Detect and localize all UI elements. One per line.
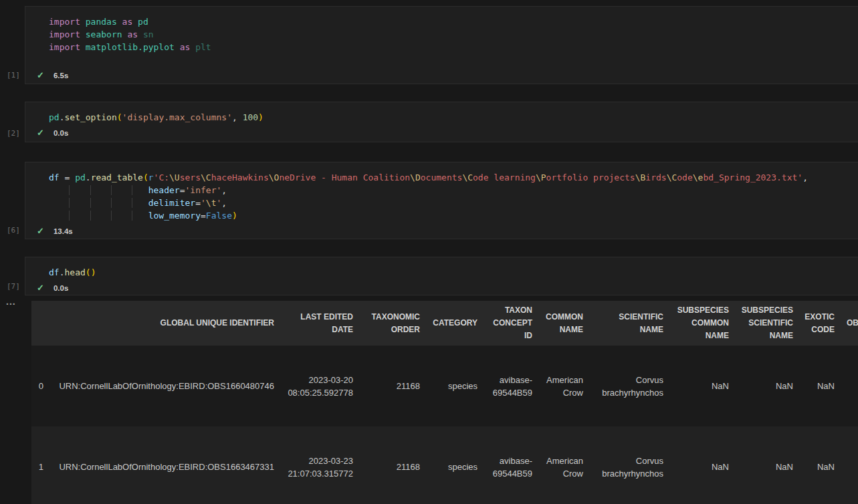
code-line: delimiter='\t', <box>49 197 858 209</box>
table-cell: avibase-69544B59 <box>486 426 540 504</box>
code-line <box>49 53 858 66</box>
table-header-row: GLOBAL UNIQUE IDENTIFIERLAST EDITEDDATET… <box>31 301 858 346</box>
table-cell: NaN <box>737 426 801 504</box>
code-block: df.head() <box>25 257 858 279</box>
notebook-cell: [1]import pandas as pdimport seaborn as … <box>0 6 858 84</box>
column-header: SCIENTIFICNAME <box>591 301 671 346</box>
code-editor[interactable]: pd.set_option('display.max_columns', 100… <box>25 102 858 142</box>
notebook-cell: [2]pd.set_option('display.max_columns', … <box>0 102 858 142</box>
table-cell: URN:CornellLabOfOrnithology:EBIRD:OBS166… <box>51 346 282 426</box>
success-check-icon: ✓ <box>37 128 44 138</box>
column-header: LAST EDITEDDATE <box>282 301 361 346</box>
table-cell: species <box>428 426 486 504</box>
notebook-cell: [7]df.head()✓0.0s <box>0 257 858 295</box>
column-header: SUBSPECIESSCIENTIFICNAME <box>737 301 801 346</box>
column-header: SUBSPECIESCOMMONNAME <box>671 301 737 346</box>
cell-status-bar: ✓6.5s <box>25 66 858 84</box>
table-cell <box>843 426 858 504</box>
row-index-cell: 1 <box>31 426 51 504</box>
notebook-window: { "colors": { "page_bg": "#181818", "cel… <box>0 0 858 504</box>
cell-output-area: ... GLOBAL UNIQUE IDENTIFIERLAST EDITEDD… <box>0 297 858 504</box>
table-cell: Corvusbrachyrhynchos <box>591 346 671 426</box>
column-header: CATEGORY <box>428 301 486 346</box>
table-cell: 21168 <box>361 426 428 504</box>
table-cell: 2023-03-2321:07:03.315772 <box>282 426 361 504</box>
table-row: 0URN:CornellLabOfOrnithology:EBIRD:OBS16… <box>31 346 858 426</box>
column-header: COMMONNAME <box>540 301 591 346</box>
code-editor[interactable]: df = pd.read_table(r'C:\Users\ChaceHawki… <box>25 162 858 239</box>
code-line: import matplotlib.pyplot as plt <box>49 41 858 53</box>
table-cell: NaN <box>801 426 843 504</box>
code-line: pd.set_option('display.max_columns', 100… <box>49 111 858 124</box>
row-index-cell: 0 <box>31 346 51 426</box>
execution-count-label: [7] <box>7 282 20 291</box>
success-check-icon: ✓ <box>37 226 44 236</box>
execution-time: 0.0s <box>53 129 68 137</box>
notebook-cell: [6]df = pd.read_table(r'C:\Users\ChaceHa… <box>0 162 858 239</box>
column-header: TAXONOMICORDER <box>361 301 428 346</box>
success-check-icon: ✓ <box>37 70 44 80</box>
code-line: import pandas as pd <box>49 15 858 28</box>
code-line: df = pd.read_table(r'C:\Users\ChaceHawki… <box>49 171 858 184</box>
success-check-icon: ✓ <box>37 283 44 293</box>
table-cell: avibase-69544B59 <box>486 346 540 426</box>
dataframe-table: GLOBAL UNIQUE IDENTIFIERLAST EDITEDDATET… <box>31 301 858 504</box>
table-cell: Corvusbrachyrhynchos <box>591 426 671 504</box>
execution-time: 13.4s <box>53 227 73 235</box>
execution-count-label: [1] <box>7 71 20 80</box>
table-cell <box>843 346 858 426</box>
cell-status-bar: ✓13.4s <box>25 222 858 240</box>
code-block: import pandas as pdimport seaborn as sni… <box>25 7 858 66</box>
code-line: df.head() <box>49 266 858 279</box>
code-block: df = pd.read_table(r'C:\Users\ChaceHawki… <box>25 162 858 222</box>
table-cell: species <box>428 346 486 426</box>
code-line: low_memory=False) <box>49 209 858 222</box>
column-header: EXOTICCODE <box>801 301 843 346</box>
table-cell: NaN <box>801 346 843 426</box>
table-cell: NaN <box>671 426 737 504</box>
table-row: 1URN:CornellLabOfOrnithology:EBIRD:OBS16… <box>31 426 858 504</box>
column-header: OBS <box>843 301 858 346</box>
code-editor[interactable]: import pandas as pdimport seaborn as sni… <box>25 6 858 84</box>
execution-time: 0.0s <box>53 284 68 292</box>
column-header: GLOBAL UNIQUE IDENTIFIER <box>51 301 282 346</box>
column-header <box>31 301 51 346</box>
output-options-button[interactable]: ... <box>6 296 16 307</box>
table-cell: NaN <box>671 346 737 426</box>
table-cell: 21168 <box>361 346 428 426</box>
execution-count-label: [2] <box>7 129 20 138</box>
table-cell: AmericanCrow <box>540 346 591 426</box>
column-header: TAXONCONCEPTID <box>486 301 540 346</box>
code-line: header='infer', <box>49 184 858 197</box>
execution-count-label: [6] <box>7 226 20 235</box>
table-cell: URN:CornellLabOfOrnithology:EBIRD:OBS166… <box>51 426 282 504</box>
table-cell: NaN <box>737 346 801 426</box>
dataframe-output: GLOBAL UNIQUE IDENTIFIERLAST EDITEDDATET… <box>31 301 858 504</box>
code-block: pd.set_option('display.max_columns', 100… <box>25 102 858 124</box>
cell-status-bar: ✓0.0s <box>25 124 858 142</box>
code-line: import seaborn as sn <box>49 28 858 41</box>
table-cell: AmericanCrow <box>540 426 591 504</box>
code-editor[interactable]: df.head()✓0.0s <box>25 257 858 295</box>
execution-time: 6.5s <box>53 72 68 80</box>
cell-status-bar: ✓0.0s <box>25 279 858 297</box>
table-cell: 2023-03-2008:05:25.592778 <box>282 346 361 426</box>
